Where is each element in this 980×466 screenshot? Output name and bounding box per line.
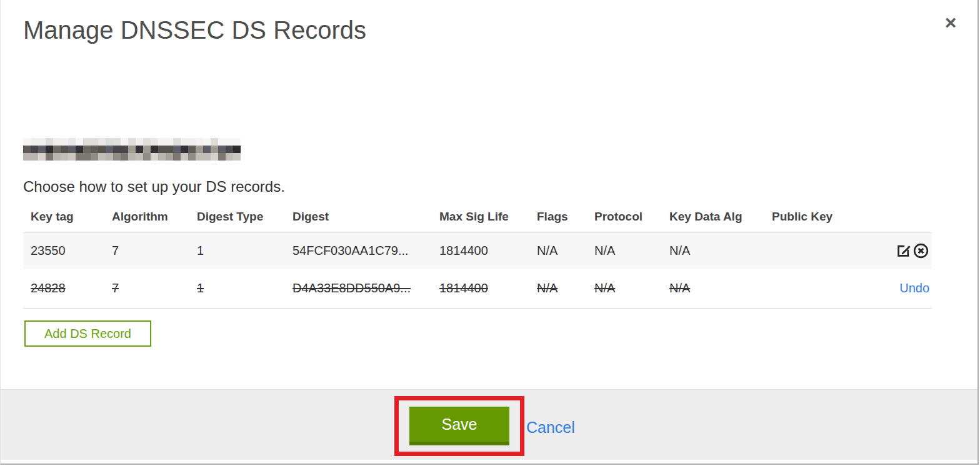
undo-link[interactable]: Undo	[899, 281, 929, 295]
cell-algorithm: 7	[104, 269, 189, 309]
column-header-max-sig-life: Max Sig Life	[432, 206, 529, 233]
column-header-flags: Flags	[529, 206, 587, 233]
column-header-protocol: Protocol	[587, 206, 662, 233]
cell-algorithm: 7	[104, 233, 189, 269]
cell-digest-type: 1	[189, 233, 285, 269]
table-header-row: Key tag Algorithm Digest Type Digest Max…	[23, 206, 932, 233]
cell-actions	[851, 233, 932, 269]
cell-public-key	[764, 233, 851, 269]
annotation-highlight-box: Save	[394, 396, 524, 456]
dialog-footer: Save Cancel	[1, 389, 979, 460]
column-header-digest: Digest	[285, 206, 432, 233]
column-header-key-tag: Key tag	[23, 206, 104, 233]
page-title: Manage DNSSEC DS Records	[23, 16, 366, 44]
column-header-actions	[851, 206, 932, 233]
column-header-digest-type: Digest Type	[189, 206, 285, 233]
close-icon[interactable]: ×	[938, 10, 963, 35]
cancel-link[interactable]: Cancel	[526, 419, 575, 437]
cell-protocol: N/A	[587, 233, 662, 269]
dialog-window: Manage DNSSEC DS Records × Choose how to…	[0, 0, 979, 465]
column-header-public-key: Public Key	[764, 206, 851, 233]
cell-key-data-alg: N/A	[662, 269, 764, 309]
redacted-domain-name	[23, 138, 241, 161]
cell-actions: Undo	[851, 269, 932, 309]
cell-flags: N/A	[529, 269, 587, 309]
cell-public-key	[764, 269, 851, 309]
cell-max-sig-life: 1814400	[432, 233, 529, 269]
column-header-key-data-alg: Key Data Alg	[662, 206, 764, 233]
ds-records-instruction: Choose how to set up your DS records.	[23, 178, 285, 196]
cell-protocol: N/A	[587, 269, 662, 309]
cell-key-tag: 23550	[23, 233, 104, 269]
cell-digest: 54FCF030AA1C79...	[285, 233, 432, 269]
save-button[interactable]: Save	[409, 407, 509, 445]
ds-records-table: Key tag Algorithm Digest Type Digest Max…	[23, 206, 932, 309]
cell-max-sig-life: 1814400	[432, 269, 529, 309]
cell-key-data-alg: N/A	[662, 233, 764, 269]
cell-digest-type: 1	[189, 269, 285, 309]
column-header-algorithm: Algorithm	[104, 206, 189, 233]
edit-icon[interactable]	[895, 242, 912, 259]
window-bottom-strip	[1, 460, 979, 465]
cell-key-tag: 24828	[23, 269, 104, 309]
delete-icon[interactable]	[912, 242, 929, 259]
cell-flags: N/A	[529, 233, 587, 269]
table-row-deleted: 24828 7 1 D4A33E8DD550A9... 1814400 N/A …	[23, 269, 932, 309]
table-row-active: 23550 7 1 54FCF030AA1C79... 1814400 N/A …	[23, 233, 932, 269]
add-ds-record-button[interactable]: Add DS Record	[24, 320, 151, 347]
cell-digest: D4A33E8DD550A9...	[285, 269, 432, 309]
